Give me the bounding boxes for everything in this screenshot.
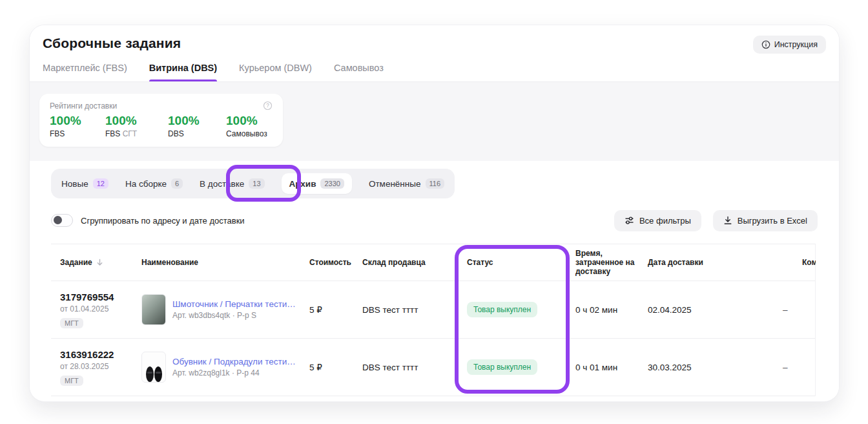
- column-header-task[interactable]: Задание: [51, 258, 141, 267]
- column-header-date[interactable]: Дата доставки: [648, 258, 738, 267]
- task-cell: 3163916222 от 28.03.2025 МГТ: [51, 349, 141, 386]
- product-thumbnail: [141, 294, 166, 325]
- rating-pickup: 100% Самовывоз: [226, 114, 267, 138]
- task-tag-badge: МГТ: [60, 376, 83, 386]
- task-tag-badge: МГТ: [60, 318, 83, 328]
- assembly-tasks-panel: Сборочные задания Инструкция Маркетплейс…: [29, 25, 840, 402]
- status-tab-archive[interactable]: Архив 2330: [282, 173, 352, 194]
- page-title: Сборочные задания: [43, 36, 181, 51]
- svg-text:?: ?: [266, 103, 269, 109]
- tab-vitrina-dbs[interactable]: Витрина (DBS): [149, 63, 217, 81]
- column-header-price[interactable]: Стоимость: [309, 258, 362, 267]
- product-article: Арт. wb2zq8gl1k · Р-р 44: [172, 368, 299, 377]
- instruction-button[interactable]: Инструкция: [753, 36, 826, 54]
- delivery-date-cell: 02.04.2025: [648, 305, 738, 315]
- product-cell: Обувник / Подкрадули тестир… Арт. wb2zq8…: [141, 352, 309, 383]
- status-tab-label: Архив: [289, 179, 316, 189]
- all-filters-button[interactable]: Все фильтры: [614, 210, 701, 231]
- status-badge: Товар выкуплен: [467, 302, 537, 317]
- delivery-type-tabs: Маркетплейс (FBS) Витрина (DBS) Курьером…: [43, 63, 826, 81]
- delivery-date-cell: 30.03.2025: [648, 363, 738, 372]
- table-row[interactable]: 3179769554 от 01.04.2025 МГТ Шмоточник /…: [51, 281, 815, 339]
- rating-label: FBS: [50, 129, 105, 138]
- status-cell: Товар выкуплен: [467, 359, 575, 375]
- task-date: от 28.03.2025: [60, 362, 141, 371]
- delivery-ratings-card: Рейтинги доставки ? 100% FBS 100% FBS СГ…: [39, 94, 283, 147]
- group-toggle-label: Сгруппировать по адресу и дате доставки: [81, 216, 245, 226]
- ratings-band: Рейтинги доставки ? 100% FBS 100% FBS СГ…: [30, 82, 839, 161]
- sort-down-icon[interactable]: [96, 259, 103, 266]
- status-tab-cancelled[interactable]: Отменённые 116: [369, 178, 444, 189]
- comment-cell: –: [738, 305, 816, 315]
- product-link[interactable]: Шмоточник / Перчатки тести…: [172, 299, 296, 309]
- rating-fbs: 100% FBS: [50, 114, 105, 138]
- comment-cell: –: [738, 363, 816, 372]
- order-status-tabs: Новые 12 На сборке 6 В доставке 13 Архив…: [51, 169, 455, 198]
- product-link[interactable]: Обувник / Подкрадули тестир…: [172, 357, 299, 366]
- filters-icon: [625, 216, 634, 225]
- warehouse-cell: DBS тест тттт: [362, 305, 467, 315]
- rating-dbs: 100% DBS: [168, 114, 226, 138]
- product-thumbnail: [141, 352, 166, 383]
- export-excel-button[interactable]: Выгрузить в Excel: [713, 210, 818, 231]
- tab-marketplace-fbs[interactable]: Маркетплейс (FBS): [43, 63, 127, 81]
- status-tab-count: 2330: [320, 178, 344, 189]
- task-id: 3179769554: [60, 292, 141, 302]
- rating-label: Самовывоз: [226, 129, 267, 138]
- orders-table: Задание Наименование Стоимость Склад про…: [51, 244, 816, 396]
- product-article: Арт. wb3dbs4qtk · Р-р S: [172, 311, 296, 320]
- tab-pickup[interactable]: Самовывоз: [334, 63, 384, 81]
- rating-value: 100%: [105, 114, 168, 128]
- column-header-warehouse[interactable]: Склад продавца: [362, 258, 467, 267]
- price-cell: 5 ₽: [309, 362, 362, 372]
- rating-label: DBS: [168, 129, 226, 138]
- orders-section: Новые 12 На сборке 6 В доставке 13 Архив…: [30, 161, 839, 396]
- table-toolbar: Сгруппировать по адресу и дате доставки …: [51, 209, 818, 232]
- status-badge: Товар выкуплен: [467, 359, 537, 375]
- column-header-status[interactable]: Статус: [467, 258, 575, 267]
- rating-value: 100%: [226, 114, 267, 128]
- tab-courier-dbw[interactable]: Курьером (DBW): [239, 63, 312, 81]
- product-cell: Шмоточник / Перчатки тести… Арт. wb3dbs4…: [141, 294, 309, 325]
- status-tab-count: 12: [93, 178, 108, 189]
- warehouse-cell: DBS тест тттт: [362, 363, 467, 372]
- help-icon[interactable]: ?: [263, 101, 273, 111]
- column-header-name[interactable]: Наименование: [141, 258, 309, 267]
- all-filters-label: Все фильтры: [639, 216, 691, 226]
- status-tab-in-delivery[interactable]: В доставке 13: [200, 178, 264, 189]
- status-tab-label: Отменённые: [369, 179, 421, 189]
- rating-value: 100%: [50, 114, 105, 128]
- column-header-comment[interactable]: Комментарий: [738, 258, 816, 267]
- task-date: от 01.04.2025: [60, 304, 141, 313]
- rating-value: 100%: [168, 114, 226, 128]
- status-tab-new[interactable]: Новые 12: [61, 178, 108, 189]
- status-tab-count: 116: [426, 178, 445, 189]
- group-by-address-toggle[interactable]: [51, 214, 73, 227]
- status-tab-count: 6: [171, 178, 183, 189]
- task-cell: 3179769554 от 01.04.2025 МГТ: [51, 292, 141, 328]
- page: Сборочные задания Инструкция Маркетплейс…: [0, 0, 868, 424]
- rating-label: FBS СГТ: [105, 129, 168, 138]
- status-cell: Товар выкуплен: [467, 302, 575, 317]
- status-tab-assembling[interactable]: На сборке 6: [125, 178, 183, 189]
- rating-fbs-sgt: 100% FBS СГТ: [105, 114, 168, 138]
- ratings-title: Рейтинги доставки: [50, 101, 117, 111]
- download-icon: [723, 216, 732, 225]
- info-icon: [761, 40, 770, 49]
- export-excel-label: Выгрузить в Excel: [738, 216, 807, 226]
- table-header-row: Задание Наименование Стоимость Склад про…: [51, 244, 815, 281]
- time-spent-cell: 0 ч 02 мин: [575, 305, 648, 315]
- price-cell: 5 ₽: [309, 304, 362, 315]
- status-tab-label: В доставке: [200, 179, 244, 189]
- panel-header: Сборочные задания Инструкция Маркетплейс…: [30, 25, 839, 82]
- column-header-time[interactable]: Время, затраченное на доставку: [575, 249, 648, 276]
- status-tab-count: 13: [249, 178, 264, 189]
- status-tab-label: На сборке: [125, 179, 167, 189]
- task-id: 3163916222: [60, 349, 141, 360]
- table-row[interactable]: 3163916222 от 28.03.2025 МГТ Обувник / П…: [51, 339, 815, 396]
- toggle-knob: [54, 216, 62, 224]
- time-spent-cell: 0 ч 01 мин: [575, 363, 648, 372]
- instruction-button-label: Инструкция: [774, 40, 818, 49]
- status-tab-label: Новые: [61, 179, 88, 189]
